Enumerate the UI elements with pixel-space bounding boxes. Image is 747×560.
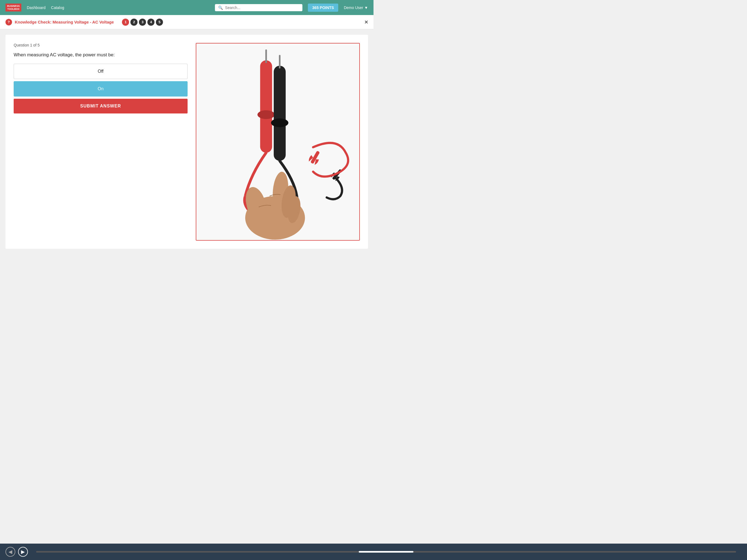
svg-rect-5	[279, 55, 281, 69]
kc-title: Knowledge Check: Measuring Voltage - AC …	[15, 20, 114, 24]
user-menu[interactable]: Demo User ▼	[344, 5, 368, 10]
svg-point-3	[258, 110, 275, 119]
main-content: Question 1 of 5 When measuring AC voltag…	[5, 35, 368, 249]
nav-catalog[interactable]: Catalog	[51, 5, 64, 10]
question-meta: Question 1 of 5	[14, 43, 187, 47]
kc-help-icon: ?	[5, 19, 12, 25]
nav-dashboard[interactable]: Dashboard	[27, 5, 46, 10]
points-button[interactable]: 365 POINTS	[308, 4, 338, 12]
search-input[interactable]	[225, 5, 299, 10]
logo: BUSINESS TOOLBOX	[5, 4, 21, 12]
kc-bar: ? Knowledge Check: Measuring Voltage - A…	[0, 15, 374, 29]
kc-steps: 1 2 3 4 5	[122, 19, 163, 26]
step-5[interactable]: 5	[156, 19, 163, 26]
step-4[interactable]: 4	[147, 19, 154, 26]
svg-rect-2	[265, 50, 267, 63]
answer-off-button[interactable]: Off	[14, 64, 187, 79]
svg-point-6	[271, 119, 288, 127]
question-text: When measuring AC voltage, the power mus…	[14, 52, 187, 58]
left-panel: Question 1 of 5 When measuring AC voltag…	[14, 43, 187, 240]
svg-rect-4	[274, 66, 286, 161]
close-button[interactable]: ×	[364, 19, 368, 26]
search-icon: 🔍	[218, 5, 223, 10]
probe-image-panel	[196, 43, 360, 240]
step-1[interactable]: 1	[122, 19, 129, 26]
answer-on-button[interactable]: On	[14, 81, 187, 97]
search-bar: 🔍	[215, 4, 302, 11]
submit-answer-button[interactable]: SUBMIT ANSWER	[14, 99, 187, 113]
header: BUSINESS TOOLBOX Dashboard Catalog 🔍 365…	[0, 0, 374, 15]
svg-rect-1	[260, 60, 272, 153]
step-3[interactable]: 3	[139, 19, 146, 26]
step-2[interactable]: 2	[130, 19, 137, 26]
probe-illustration	[196, 44, 359, 240]
